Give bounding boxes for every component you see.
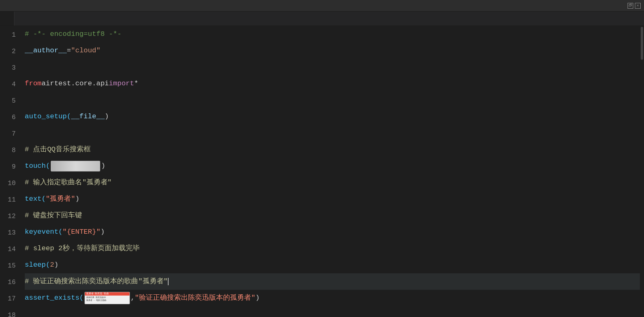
tab-bar xyxy=(0,12,644,26)
line-number: 15 xyxy=(0,258,16,274)
line-number: 5 xyxy=(0,93,16,109)
code-line: # 输入指定歌曲名"孤勇者" xyxy=(25,174,640,191)
code-token: sleep( xyxy=(25,257,50,273)
code-line: # 键盘按下回车键 xyxy=(25,207,640,224)
inline-image-touch xyxy=(51,161,100,171)
code-token: # 键盘按下回车键 xyxy=(25,207,82,224)
code-token: __author__ xyxy=(25,42,67,59)
code-token: from xyxy=(25,75,42,92)
line-numbers: 123456789101112131415161718 xyxy=(0,26,21,317)
code-token: airtest.core.api xyxy=(42,75,109,92)
code-token: keyevent( xyxy=(25,224,63,240)
line-number: 4 xyxy=(0,76,16,93)
line-number: 8 xyxy=(0,142,16,159)
code-token: import xyxy=(109,75,134,92)
line-number: 13 xyxy=(0,225,16,241)
scrollbar-track[interactable] xyxy=(640,26,644,317)
code-line xyxy=(25,59,640,75)
inline-image-assert: 孤勇者 陈奕迅 歌曲搜索结果 陈奕迅版本孤勇者 - 电影主题曲 xyxy=(85,292,130,304)
text-cursor xyxy=(168,278,169,285)
code-token: ) xyxy=(101,158,105,174)
code-token: # 点击QQ音乐搜索框 xyxy=(25,141,91,158)
code-line: # -*- encoding=utf8 -*- xyxy=(25,26,640,42)
line-number: 17 xyxy=(0,291,16,307)
line-number: 3 xyxy=(0,60,16,76)
line-number: 10 xyxy=(0,175,16,192)
code-token: 2 xyxy=(50,257,54,273)
line-number: 2 xyxy=(0,43,16,60)
code-token: text( xyxy=(25,191,46,207)
restore-button[interactable]: 🗗 xyxy=(628,3,633,9)
window-controls[interactable]: 🗗 ✕ xyxy=(628,3,641,9)
code-token: ) xyxy=(75,191,79,207)
code-token: * xyxy=(134,75,138,92)
code-line: # 点击QQ音乐搜索框 xyxy=(25,141,640,158)
line-number: 16 xyxy=(0,274,16,291)
title-bar: 🗗 ✕ xyxy=(0,0,644,12)
line-number: 1 xyxy=(0,27,16,43)
close-button[interactable]: ✕ xyxy=(635,3,641,9)
line-number: 7 xyxy=(0,126,16,142)
code-token: = xyxy=(67,42,71,59)
code-token: "孤勇者" xyxy=(46,191,75,207)
line-number: 11 xyxy=(0,192,16,208)
code-token: , xyxy=(131,290,135,306)
code-line: __author__ = "cloud" xyxy=(25,42,640,59)
code-token: ) xyxy=(101,224,105,240)
editor-tab[interactable] xyxy=(0,11,14,26)
code-token: ) xyxy=(255,290,259,306)
line-number: 6 xyxy=(0,109,16,126)
code-token: # 输入指定歌曲名"孤勇者" xyxy=(25,174,112,191)
code-line: # 验证正确搜索出陈奕迅版本的歌曲"孤勇者" xyxy=(25,273,640,290)
code-token: "验证正确搜索出陈奕迅版本的孤勇者" xyxy=(135,290,255,306)
code-token: assert_exists( xyxy=(25,290,84,306)
code-line: assert_exists(孤勇者 陈奕迅 歌曲搜索结果 陈奕迅版本孤勇者 - … xyxy=(25,290,640,306)
line-number: 14 xyxy=(0,241,16,258)
editor-area: 123456789101112131415161718 # -*- encodi… xyxy=(0,26,644,317)
code-token: # sleep 2秒，等待新页面加载完毕 xyxy=(25,240,140,257)
code-token: touch( xyxy=(25,158,50,174)
scrollbar-thumb xyxy=(641,27,643,60)
code-token: # -*- encoding=utf8 -*- xyxy=(25,26,122,42)
code-line xyxy=(25,92,640,108)
code-line: auto_setup(__file__) xyxy=(25,108,640,125)
code-line: from airtest.core.api import * xyxy=(25,75,640,92)
code-line xyxy=(25,125,640,141)
code-token: # 验证正确搜索出陈奕迅版本的歌曲"孤勇者" xyxy=(25,273,168,290)
code-token: "{ENTER}" xyxy=(63,224,101,240)
code-token: "cloud" xyxy=(71,42,100,59)
code-line: text("孤勇者") xyxy=(25,191,640,207)
code-token: ) xyxy=(105,108,109,125)
code-content[interactable]: # -*- encoding=utf8 -*-__author__ = "clo… xyxy=(21,26,640,317)
line-number: 18 xyxy=(0,307,16,317)
code-token: __file__ xyxy=(71,108,105,125)
code-token: ) xyxy=(54,257,58,273)
code-line: # sleep 2秒，等待新页面加载完毕 xyxy=(25,240,640,257)
code-token: auto_setup( xyxy=(25,108,71,125)
line-number: 9 xyxy=(0,159,16,175)
code-line: keyevent("{ENTER}") xyxy=(25,224,640,240)
line-number: 12 xyxy=(0,208,16,225)
code-line xyxy=(25,306,640,317)
code-line: touch() xyxy=(25,158,640,174)
code-line: sleep(2) xyxy=(25,257,640,273)
